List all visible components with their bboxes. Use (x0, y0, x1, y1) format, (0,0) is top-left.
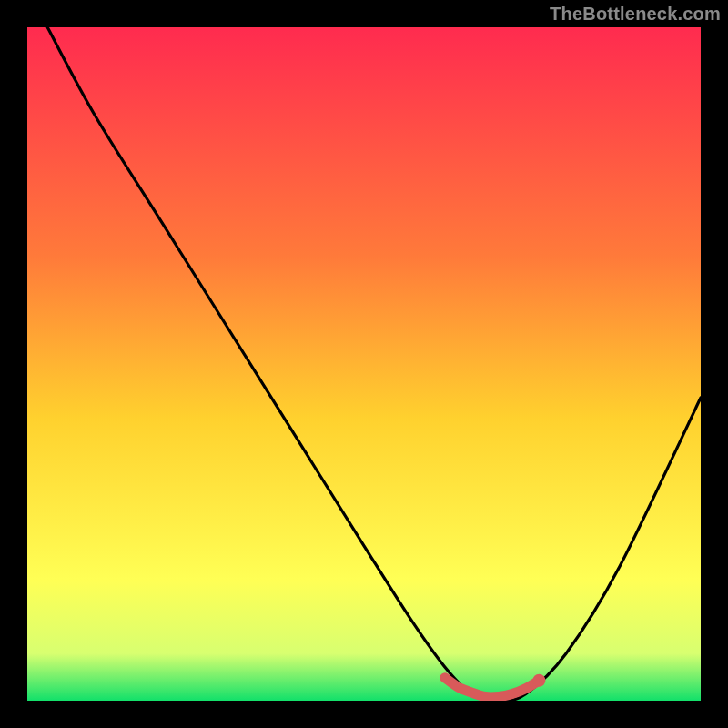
watermark-text: TheBottleneck.com (550, 4, 721, 25)
optimal-range-marker (445, 678, 540, 697)
bottleneck-curve (47, 27, 701, 701)
optimal-point-dot (532, 674, 545, 687)
bottleneck-curve-svg (27, 27, 701, 701)
plot-area (27, 27, 701, 701)
chart-frame: TheBottleneck.com (0, 0, 728, 728)
